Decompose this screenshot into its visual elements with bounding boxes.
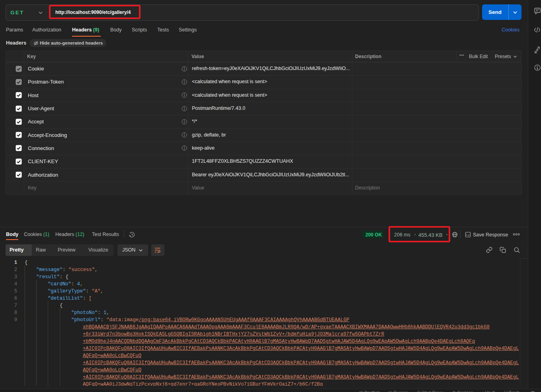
svg-text:e.g.: e.g.: [466, 234, 470, 236]
